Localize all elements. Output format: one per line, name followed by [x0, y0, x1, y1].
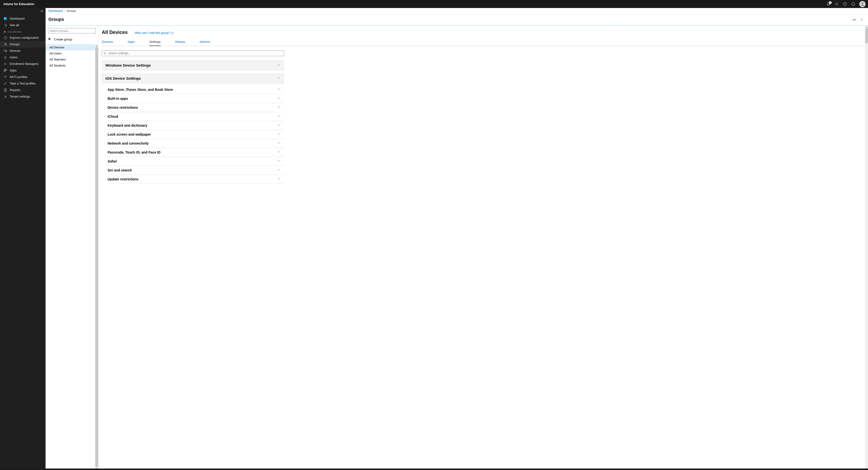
- pin-button[interactable]: [850, 16, 858, 23]
- external-link-icon: [171, 32, 174, 34]
- close-button[interactable]: [858, 16, 865, 23]
- settings-search-input[interactable]: [102, 51, 284, 56]
- nav-see-all[interactable]: See all: [0, 22, 45, 28]
- gauge-icon: [3, 36, 7, 40]
- collapse-nav-button[interactable]: [40, 9, 43, 14]
- create-group-button[interactable]: + Create group: [48, 37, 96, 41]
- scroll-thumb[interactable]: [865, 29, 868, 43]
- taskbar: [0, 469, 868, 470]
- scroll-thumb[interactable]: [95, 47, 98, 467]
- group-item[interactable]: All Students: [45, 63, 98, 69]
- nav-dashboard[interactable]: Dashboard: [0, 15, 45, 22]
- subsection-row[interactable]: Device restrictions: [107, 103, 284, 112]
- subsection-row[interactable]: Network and connectivity: [107, 139, 284, 148]
- chevron-down-icon: [277, 114, 281, 119]
- dashboard-icon: [3, 17, 7, 21]
- left-nav: Dashboard See all ★ FAVORITES Express co…: [0, 8, 45, 470]
- nav-devices[interactable]: Devices: [0, 47, 45, 54]
- svg-point-3: [862, 2, 863, 4]
- app-title: Intune for Education: [4, 2, 34, 6]
- tab-settings[interactable]: Settings: [149, 38, 161, 46]
- svg-rect-14: [6, 69, 7, 70]
- nav-label: Enrollment Managers: [10, 62, 38, 66]
- svg-rect-13: [4, 69, 5, 70]
- svg-point-12: [5, 63, 6, 64]
- subsection-row[interactable]: Keyboard and dictionary: [107, 121, 284, 130]
- help-link[interactable]: Why can't I edit this group?: [135, 31, 174, 35]
- group-search: [48, 28, 96, 33]
- ios-subsections: App Store, iTunes Store, and Book Store …: [107, 85, 284, 184]
- notification-badge: 3: [829, 1, 832, 4]
- user-avatar[interactable]: [859, 1, 866, 7]
- scroll-up-icon[interactable]: ▲: [95, 44, 98, 47]
- nav-label: Express configuration: [10, 36, 39, 39]
- nav-label: Devices: [10, 49, 20, 53]
- subsection-row[interactable]: App Store, iTunes Store, and Book Store: [107, 85, 284, 94]
- nav-apps[interactable]: Apps: [0, 67, 45, 74]
- nav-wifi[interactable]: Wi-Fi profiles: [0, 74, 45, 80]
- nav-label: Groups: [10, 43, 20, 46]
- user-icon: [3, 56, 7, 59]
- scroll-up-icon[interactable]: ▲: [865, 26, 868, 29]
- tab-apps[interactable]: Apps: [127, 38, 135, 46]
- chevron-up-icon: [277, 76, 280, 80]
- subsection-row[interactable]: Lock screen and wallpaper: [107, 130, 284, 139]
- group-item[interactable]: All Teachers: [45, 57, 98, 63]
- groups-icon: [3, 42, 7, 46]
- devices-icon: [3, 49, 7, 53]
- search-icon: [103, 52, 106, 56]
- star-icon: ★: [4, 30, 6, 33]
- subsection-row[interactable]: Update restrictions: [107, 175, 284, 184]
- group-item[interactable]: All Users: [45, 51, 98, 57]
- page-header: Groups: [45, 14, 868, 26]
- nav-favorites-header: ★ FAVORITES: [0, 28, 45, 34]
- tab-devices[interactable]: Devices: [102, 38, 113, 46]
- chevron-down-icon: [277, 123, 281, 128]
- help-button[interactable]: [841, 0, 849, 8]
- section-ios-settings[interactable]: iOS Device Settings: [102, 74, 284, 83]
- subsection-row[interactable]: iCloud: [107, 112, 284, 121]
- nav-tenant-settings[interactable]: Tenant settings: [0, 93, 45, 100]
- tab-history[interactable]: History: [175, 38, 185, 46]
- nav-take-test[interactable]: Take a Test profiles: [0, 80, 45, 87]
- nav-express-config[interactable]: Express configuration: [0, 34, 45, 41]
- enrollment-icon: [3, 62, 7, 66]
- svg-rect-5: [4, 18, 5, 19]
- settings-button[interactable]: [833, 0, 841, 8]
- breadcrumb: Dashboard › Groups: [45, 8, 868, 14]
- nav-users[interactable]: Users: [0, 54, 45, 61]
- breadcrumb-root[interactable]: Dashboard: [49, 9, 63, 12]
- nav-reports[interactable]: Reports: [0, 87, 45, 93]
- list-icon: [3, 23, 7, 27]
- subsection-row[interactable]: Built-in apps: [107, 94, 284, 103]
- subsection-row[interactable]: Safari: [107, 157, 284, 166]
- notifications-button[interactable]: 3: [825, 0, 833, 8]
- svg-point-8: [6, 43, 6, 44]
- subsection-row[interactable]: Passcode, Touch ID, and Face ID: [107, 148, 284, 157]
- nav-enrollment-managers[interactable]: Enrollment Managers: [0, 61, 45, 67]
- group-item[interactable]: All Devices: [45, 44, 98, 51]
- nav-groups[interactable]: Groups: [0, 41, 45, 47]
- nav-label: Tenant settings: [10, 95, 30, 98]
- groups-scrollbar[interactable]: ▲ ▼: [95, 44, 98, 470]
- groups-pane: + Create group All Devices All Users All…: [45, 26, 98, 470]
- feedback-button[interactable]: [849, 0, 857, 8]
- svg-rect-15: [4, 70, 5, 72]
- svg-point-17: [104, 52, 106, 54]
- subsection-row[interactable]: Siri and search: [107, 166, 284, 175]
- section-windows-settings[interactable]: Windows Device Settings: [102, 61, 284, 70]
- tab-admins[interactable]: Admins: [199, 38, 210, 46]
- main-content: Dashboard › Groups Groups + Create: [45, 8, 868, 470]
- chevron-down-icon: [277, 159, 281, 163]
- nav-label: Users: [10, 56, 18, 59]
- create-group-label: Create group: [54, 37, 72, 41]
- detail-scrollbar[interactable]: ▲ ▼: [865, 26, 868, 470]
- chevron-down-icon: [277, 177, 281, 181]
- nav-label: Reports: [10, 89, 20, 92]
- svg-point-7: [4, 43, 5, 44]
- section-title: Windows Device Settings: [105, 63, 151, 68]
- nav-label: Apps: [10, 69, 17, 72]
- plus-icon: +: [48, 37, 52, 41]
- chevron-down-icon: [277, 141, 281, 145]
- group-search-input[interactable]: [48, 28, 96, 33]
